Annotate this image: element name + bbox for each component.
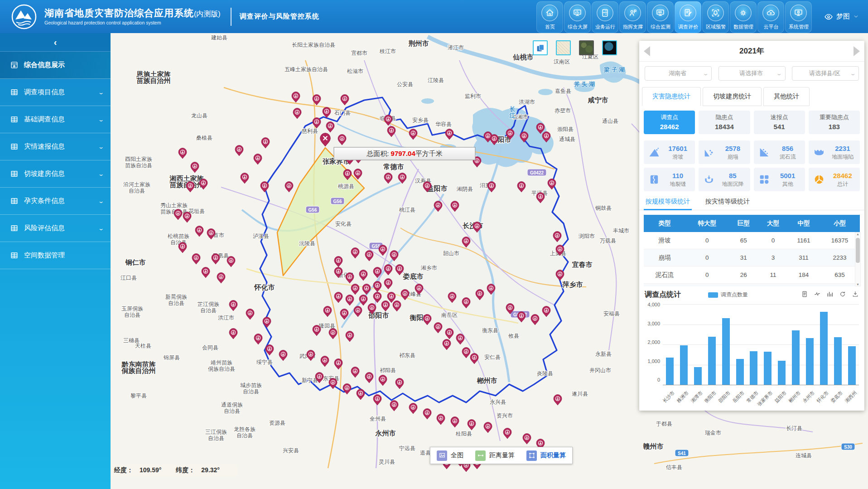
hazard-card-5[interactable]: 85 地面沉降	[699, 168, 750, 191]
bar-邵阳市[interactable]	[722, 318, 730, 385]
x-tick: 株洲市	[675, 390, 690, 404]
chart-tool-pulse[interactable]	[814, 290, 821, 300]
screen-icon	[573, 8, 582, 18]
select-value: 湖南省	[651, 69, 704, 77]
sub-tab-0[interactable]: 按规模等级统计	[646, 198, 690, 210]
measure-tool-2[interactable]: 面积量算	[526, 450, 566, 461]
user-name: 梦图	[836, 12, 850, 21]
sidebar-item-2[interactable]: 基础调查信息⌄	[0, 106, 111, 133]
chart-tool-download[interactable]	[852, 290, 859, 300]
bar-湘潭市[interactable]	[694, 367, 702, 385]
nav-item-8[interactable]: 云平台	[757, 1, 784, 33]
hazard-card-1[interactable]: 2578 崩塌	[699, 140, 750, 164]
chart-tool-refresh[interactable]	[839, 290, 846, 300]
chart-tool-doc[interactable]	[801, 290, 808, 300]
hazard-card-label: 总计	[837, 180, 848, 188]
nav-item-2[interactable]: 业务运行	[592, 1, 618, 33]
bar-郴州市[interactable]	[792, 330, 800, 385]
collapse-icon	[703, 146, 715, 159]
hazard-card-6[interactable]: 5001 其他	[754, 168, 805, 191]
map-label: 炎陵县	[537, 370, 553, 377]
monitor-icon	[656, 8, 665, 18]
bar-永州市[interactable]	[806, 338, 814, 385]
hazard-card-7[interactable]: 28462 总计	[809, 168, 860, 191]
stat-card-2[interactable]: 速报点 541	[754, 111, 805, 134]
stat-tab-2[interactable]: 其他统计	[763, 87, 810, 106]
layer-switch-button[interactable]	[533, 40, 548, 55]
bar-湘西州[interactable]	[848, 346, 856, 385]
stat-tab-1[interactable]: 切坡建房统计	[703, 87, 762, 106]
user-menu[interactable]: 梦图	[824, 12, 859, 21]
basemap-street-thumbnail[interactable]	[556, 40, 571, 55]
sidebar-item-4[interactable]: 切坡建房信息⌄	[0, 160, 111, 188]
bar-株洲市[interactable]	[680, 345, 688, 385]
scrollbar-thumb[interactable]	[856, 238, 860, 263]
nav-item-7[interactable]: 数据管理	[730, 1, 757, 33]
table-cell: 崩塌	[644, 249, 685, 266]
stat-card-0[interactable]: 调查点 28462	[644, 111, 695, 134]
nav-item-6[interactable]: 区域预警	[702, 1, 729, 33]
svg-text:S41: S41	[678, 451, 686, 456]
chart-tool-bars[interactable]	[826, 290, 834, 300]
stat-tab-0[interactable]: 灾害隐患统计	[642, 87, 701, 106]
basemap-satellite-thumbnail[interactable]	[579, 40, 594, 55]
bar-张家界市[interactable]	[764, 352, 772, 385]
bar-岳阳市[interactable]	[736, 359, 744, 385]
measure-tool-1[interactable]: 距离量算	[475, 450, 515, 461]
hazard-card-4[interactable]: 110 地裂缝	[644, 168, 695, 191]
measure-tool-label: 距离量算	[489, 451, 515, 460]
region-select-1[interactable]: 请选择市 ⌄	[719, 66, 786, 81]
hazard-card-2[interactable]: 856 泥石流	[754, 140, 805, 164]
map-label: 嘉鱼县	[555, 88, 571, 94]
sidebar-collapse-button[interactable]: ‹	[0, 33, 111, 52]
sidebar-item-5[interactable]: 孕灾条件信息⌄	[0, 188, 111, 215]
bar-怀化市[interactable]	[820, 312, 828, 385]
sidebar-item-3[interactable]: 灾情速报信息⌄	[0, 133, 111, 160]
map-label: 沅陵县	[299, 240, 315, 247]
nav-label: 区域预警	[705, 24, 725, 31]
table-scrollbar[interactable]: ▲ ▼	[855, 232, 861, 286]
main-nav: 首页 综合大屏 业务运行 指挥支撑 综合监测 调查评价 区域预警 数据管理 云平…	[536, 0, 812, 33]
region-select-2[interactable]: 请选择县/区 ⌄	[792, 66, 859, 81]
scroll-down-icon[interactable]: ▼	[855, 283, 860, 286]
bar-衡阳市[interactable]	[708, 337, 716, 385]
nav-icon-wrap	[624, 5, 641, 21]
stat-card-3[interactable]: 重要隐患点 183	[809, 111, 860, 134]
table-icon	[10, 88, 19, 97]
map-label: 龙山县	[191, 112, 207, 119]
map-label: 衡东县	[482, 327, 498, 334]
stat-card-1[interactable]: 隐患点 18434	[699, 111, 750, 134]
nav-item-4[interactable]: 综合监测	[647, 1, 674, 33]
sidebar-item-7[interactable]: 空间数据管理	[0, 242, 111, 269]
map-label: 荆州市	[408, 39, 429, 47]
scroll-up-icon[interactable]: ▲	[855, 232, 860, 236]
year-prev-button[interactable]	[639, 41, 655, 61]
hazard-card-3[interactable]: 2231 地面塌陷	[809, 140, 860, 164]
map-label: 长汀县	[786, 425, 802, 431]
system-icon	[794, 8, 803, 18]
year-next-button[interactable]	[849, 41, 864, 61]
bar-益阳市[interactable]	[778, 361, 786, 385]
hazard-card-label: 地裂缝	[670, 180, 686, 188]
bar-娄底市[interactable]	[834, 337, 842, 385]
bar-常德市[interactable]	[750, 351, 757, 385]
hazard-card-0[interactable]: 17601 滑坡	[644, 140, 695, 164]
stat-card-value: 183	[829, 122, 840, 132]
sidebar-item-1[interactable]: 调查项目信息⌄	[0, 79, 111, 106]
nav-item-3[interactable]: 指挥支撑	[619, 1, 646, 33]
region-select-0[interactable]: 湖南省 ⌄	[645, 66, 712, 81]
basemap-globe-thumbnail[interactable]	[602, 40, 617, 55]
sub-tab-1[interactable]: 按灾情等级统计	[705, 198, 750, 210]
hazard-card-value: 2231	[835, 144, 850, 153]
sidebar-item-6[interactable]: 风险评估信息⌄	[0, 215, 111, 242]
map-label: 兴安县	[283, 447, 299, 454]
nav-item-9[interactable]: 系统管理	[785, 1, 812, 33]
bar-长沙市[interactable]	[666, 358, 674, 385]
nav-item-1[interactable]: 综合大屏	[564, 1, 591, 33]
nav-item-5[interactable]: 调查评价	[675, 1, 701, 33]
download-icon	[852, 290, 859, 298]
nav-item-0[interactable]: 首页	[536, 1, 563, 33]
sidebar-item-0[interactable]: 综合信息展示	[0, 52, 111, 79]
measure-tool-0[interactable]: 全图	[437, 450, 463, 461]
map-label: 于都县	[656, 421, 672, 427]
